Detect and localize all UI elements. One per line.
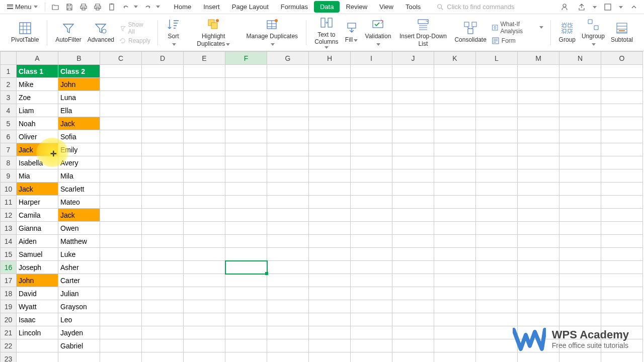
- cell-L23[interactable]: [476, 352, 518, 363]
- row-header-15[interactable]: 15: [1, 248, 17, 261]
- consolidate-button[interactable]: Consolidate: [451, 20, 489, 44]
- cell-L19[interactable]: [476, 300, 518, 313]
- share-dropdown-icon[interactable]: [593, 6, 597, 9]
- cell-E1[interactable]: [184, 65, 225, 78]
- column-header-H[interactable]: H: [309, 52, 351, 65]
- cell-H7[interactable]: [309, 143, 351, 156]
- row-header-16[interactable]: 16: [1, 261, 17, 274]
- cell-E22[interactable]: [184, 339, 225, 352]
- cell-L13[interactable]: [476, 222, 518, 235]
- undo-dropdown-icon[interactable]: [134, 6, 138, 8]
- cell-O17[interactable]: [601, 274, 643, 287]
- cell-F10[interactable]: [225, 183, 267, 196]
- validation-button[interactable]: Validation: [362, 17, 395, 48]
- cell-H14[interactable]: [309, 235, 351, 248]
- print-preview-icon[interactable]: [79, 3, 88, 11]
- what-if-button[interactable]: What-If Analysis: [492, 21, 543, 35]
- cell-F4[interactable]: [225, 104, 267, 117]
- cell-L5[interactable]: [476, 117, 518, 130]
- cell-O14[interactable]: [601, 235, 643, 248]
- cell-M16[interactable]: [518, 261, 559, 274]
- cell-A2[interactable]: Mike: [17, 78, 58, 91]
- cell-D6[interactable]: [142, 130, 184, 143]
- row-header-22[interactable]: 22: [1, 339, 17, 352]
- cell-E23[interactable]: [184, 352, 225, 363]
- cell-G3[interactable]: [267, 91, 309, 104]
- tab-data[interactable]: Data: [314, 1, 340, 13]
- column-header-E[interactable]: E: [184, 52, 225, 65]
- insert-dropdown-button[interactable]: Insert Drop-Down List: [394, 17, 451, 48]
- form-button[interactable]: Form: [492, 37, 543, 45]
- column-header-L[interactable]: L: [476, 52, 518, 65]
- cell-E11[interactable]: [184, 196, 225, 209]
- customize-icon[interactable]: [604, 3, 612, 11]
- cell-B19[interactable]: Grayson: [58, 300, 100, 313]
- cell-E18[interactable]: [184, 287, 225, 300]
- reapply-button[interactable]: Reapply: [119, 37, 150, 44]
- save-icon[interactable]: [65, 3, 73, 11]
- column-header-J[interactable]: J: [392, 52, 434, 65]
- command-search[interactable]: Click to find commands: [437, 3, 514, 11]
- cell-F13[interactable]: [225, 222, 267, 235]
- cell-I2[interactable]: [351, 78, 392, 91]
- cell-B22[interactable]: Gabriel: [58, 339, 100, 352]
- share-icon[interactable]: [578, 3, 586, 11]
- cell-N15[interactable]: [559, 248, 601, 261]
- cell-A7[interactable]: Jack: [17, 143, 58, 156]
- cell-E21[interactable]: [184, 326, 225, 339]
- cell-C6[interactable]: [100, 130, 142, 143]
- cell-K23[interactable]: [434, 352, 476, 363]
- cell-K1[interactable]: [434, 65, 476, 78]
- cell-M6[interactable]: [518, 130, 559, 143]
- cell-B23[interactable]: [58, 352, 100, 363]
- cell-L9[interactable]: [476, 169, 518, 183]
- cell-G12[interactable]: [267, 209, 309, 222]
- cell-H17[interactable]: [309, 274, 351, 287]
- cell-M19[interactable]: [518, 300, 559, 313]
- cell-J20[interactable]: [392, 313, 434, 326]
- cell-B3[interactable]: Luna: [58, 91, 100, 104]
- paste-icon[interactable]: [108, 3, 116, 11]
- cell-C22[interactable]: [100, 339, 142, 352]
- cell-A20[interactable]: Isaac: [17, 313, 58, 326]
- cell-C16[interactable]: [100, 261, 142, 274]
- cell-G8[interactable]: [267, 156, 309, 169]
- cell-J8[interactable]: [392, 156, 434, 169]
- cell-A19[interactable]: Wyatt: [17, 300, 58, 313]
- column-header-C[interactable]: C: [100, 52, 142, 65]
- cell-N7[interactable]: [559, 143, 601, 156]
- cell-L12[interactable]: [476, 209, 518, 222]
- cell-K19[interactable]: [434, 300, 476, 313]
- cell-F3[interactable]: [225, 91, 267, 104]
- cell-L6[interactable]: [476, 130, 518, 143]
- column-header-M[interactable]: M: [518, 52, 559, 65]
- cell-M11[interactable]: [518, 196, 559, 209]
- cell-C23[interactable]: [100, 352, 142, 363]
- cell-K21[interactable]: [434, 326, 476, 339]
- cell-N8[interactable]: [559, 156, 601, 169]
- cell-K5[interactable]: [434, 117, 476, 130]
- cell-M5[interactable]: [518, 117, 559, 130]
- cell-I10[interactable]: [351, 183, 392, 196]
- cell-B12[interactable]: Jack: [58, 209, 100, 222]
- cell-B10[interactable]: Scarlett: [58, 183, 100, 196]
- cell-J1[interactable]: [392, 65, 434, 78]
- cell-C8[interactable]: [100, 156, 142, 169]
- cell-A14[interactable]: Aiden: [17, 235, 58, 248]
- cell-C10[interactable]: [100, 183, 142, 196]
- row-header-14[interactable]: 14: [1, 235, 17, 248]
- cell-N2[interactable]: [559, 78, 601, 91]
- cell-M17[interactable]: [518, 274, 559, 287]
- cell-K8[interactable]: [434, 156, 476, 169]
- cell-H12[interactable]: [309, 209, 351, 222]
- cell-N20[interactable]: [559, 313, 601, 326]
- cell-N5[interactable]: [559, 117, 601, 130]
- cell-K13[interactable]: [434, 222, 476, 235]
- cell-O16[interactable]: [601, 261, 643, 274]
- cell-E17[interactable]: [184, 274, 225, 287]
- cell-O2[interactable]: [601, 78, 643, 91]
- cell-O18[interactable]: [601, 287, 643, 300]
- row-header-4[interactable]: 4: [1, 104, 17, 117]
- cell-M1[interactable]: [518, 65, 559, 78]
- manage-duplicates-button[interactable]: Manage Duplicates: [243, 17, 301, 48]
